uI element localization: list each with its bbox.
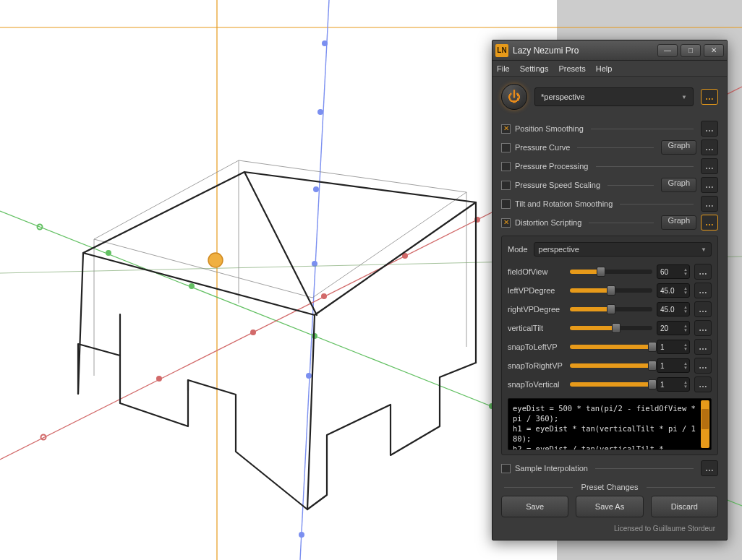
script-editor[interactable]: eyeDist = 500 * tan(pi/2 - fieldOfView *… [508,398,712,450]
param-label: verticalTilt [508,324,566,332]
graph-pressure-curve[interactable]: Graph [661,140,696,155]
param-options-leftVPDegree[interactable]: … [694,283,712,298]
param-label: fieldOfView [508,267,566,276]
options-tilt-rotation[interactable]: … [701,196,718,212]
param-label: snapToVertical [508,380,566,389]
param-slider-snapToRightVP[interactable] [570,363,652,368]
param-slider-snapToLeftVP[interactable] [570,345,652,349]
checkbox-pressure-processing[interactable] [501,162,511,171]
save-button[interactable]: Save [501,496,568,517]
svg-point-5 [313,186,319,192]
param-slider-verticalTilt[interactable] [570,326,652,330]
mode-value: perspective [539,245,579,254]
label-pressure-speed: Pressure Speed Scaling [515,181,600,189]
options-pressure-speed[interactable]: … [701,177,718,193]
label-pressure-processing: Pressure Processing [515,162,589,171]
checkbox-distortion-scripting[interactable]: ✕ [501,218,511,228]
preset-dropdown[interactable]: *perspective ▼ [534,87,694,106]
param-slider-leftVPDegree[interactable] [570,288,652,293]
preset-changes-label: Preset Changes [576,483,644,491]
svg-point-11 [106,250,111,256]
options-pressure-processing[interactable]: … [701,158,718,174]
checkbox-pressure-speed[interactable] [501,181,511,190]
options-position-smoothing[interactable]: … [701,121,718,137]
checkbox-sample-interpolation[interactable] [501,464,511,473]
param-row-leftVPDegree: leftVPDegree45.0▲▼… [508,281,712,300]
svg-point-8 [299,532,304,538]
mode-label: Mode [508,245,528,254]
svg-point-7 [306,373,312,379]
param-row-verticalTilt: verticalTilt20▲▼… [508,319,712,337]
param-slider-snapToVertical[interactable] [570,382,652,387]
save-as-button[interactable]: Save As [576,496,643,517]
chevron-down-icon: ▼ [701,246,707,253]
label-tilt-rotation: Tilt and Rotation Smoothing [515,199,613,208]
param-value-verticalTilt[interactable]: 20▲▼ [657,321,690,335]
param-options-snapToVertical[interactable]: … [694,376,712,392]
svg-point-6 [312,261,317,267]
checkbox-position-smoothing[interactable]: ✕ [501,124,511,134]
checkbox-pressure-curve[interactable] [501,143,511,152]
titlebar[interactable]: LN Lazy Nezumi Pro — □ ✕ [492,40,727,61]
app-title: Lazy Nezumi Pro [513,46,657,56]
section-sample-interpolation: Sample Interpolation … [501,460,718,477]
chevron-down-icon: ▼ [681,94,687,100]
svg-point-12 [189,283,195,289]
svg-point-20 [250,329,256,335]
param-label: snapToRightVP [508,361,566,370]
menubar: File Settings Presets Help [492,61,727,77]
param-row-rightVPDegree: rightVPDegree45.0▲▼… [508,300,712,319]
param-label: leftVPDegree [508,286,566,295]
checkbox-tilt-rotation[interactable] [501,199,511,209]
param-label: snapToLeftVP [508,343,566,351]
close-button[interactable]: ✕ [704,44,724,57]
scrollbar[interactable] [701,400,709,448]
menu-presets[interactable]: Presets [558,64,585,73]
discard-button[interactable]: Discard [651,496,718,517]
options-pressure-curve[interactable]: … [701,139,718,155]
param-value-snapToRightVP[interactable]: 1▲▼ [657,358,690,373]
param-options-snapToLeftVP[interactable]: … [694,339,712,355]
label-position-smoothing: Position Smoothing [515,124,584,133]
svg-line-33 [244,172,317,315]
section-pressure-curve: Pressure Curve Graph … [501,139,718,156]
menu-settings[interactable]: Settings [520,64,549,73]
script-text: eyeDist = 500 * tan(pi/2 - fieldOfView *… [513,404,700,450]
param-options-verticalTilt[interactable]: … [694,320,712,336]
svg-point-24 [208,253,223,267]
menu-file[interactable]: File [497,64,510,73]
label-sample-interpolation: Sample Interpolation [515,464,588,473]
options-distortion-scripting[interactable]: … [701,215,718,231]
app-panel: LN Lazy Nezumi Pro — □ ✕ File Settings P… [492,40,728,540]
minimize-button[interactable]: — [657,44,678,57]
param-options-snapToRightVP[interactable]: … [694,358,712,374]
svg-point-21 [321,293,327,299]
preset-changes-header: Preset Changes [501,483,718,491]
param-label: rightVPDegree [508,305,566,314]
section-pressure-speed: Pressure Speed Scaling Graph … [501,176,718,194]
param-value-fieldOfView[interactable]: 60▲▼ [657,264,690,279]
param-row-snapToLeftVP: snapToLeftVP1▲▼… [508,337,712,356]
svg-point-3 [322,40,328,46]
menu-help[interactable]: Help [596,64,613,73]
mode-dropdown[interactable]: perspective ▼ [534,242,712,257]
param-slider-fieldOfView[interactable] [570,270,652,274]
options-sample-interpolation[interactable]: … [701,460,718,476]
graph-pressure-speed[interactable]: Graph [661,178,696,192]
param-value-snapToLeftVP[interactable]: 1▲▼ [657,340,690,354]
section-pressure-processing: Pressure Processing … [501,158,718,175]
param-value-rightVPDegree[interactable]: 45.0▲▼ [657,302,690,316]
param-value-snapToVertical[interactable]: 1▲▼ [657,377,690,392]
preset-options-button[interactable]: … [701,89,718,105]
param-slider-rightVPDegree[interactable] [570,307,652,311]
label-distortion-scripting: Distortion Scripting [515,218,581,227]
param-options-rightVPDegree[interactable]: … [694,301,712,317]
power-toggle[interactable]: ⏻ [501,84,527,110]
param-value-leftVPDegree[interactable]: 45.0▲▼ [657,283,690,298]
graph-distortion-scripting[interactable]: Graph [661,215,696,230]
param-row-snapToVertical: snapToVertical1▲▼… [508,375,712,394]
section-tilt-rotation: Tilt and Rotation Smoothing … [501,195,718,212]
svg-point-4 [317,109,323,115]
param-options-fieldOfView[interactable]: … [694,264,712,280]
maximize-button[interactable]: □ [681,44,701,57]
